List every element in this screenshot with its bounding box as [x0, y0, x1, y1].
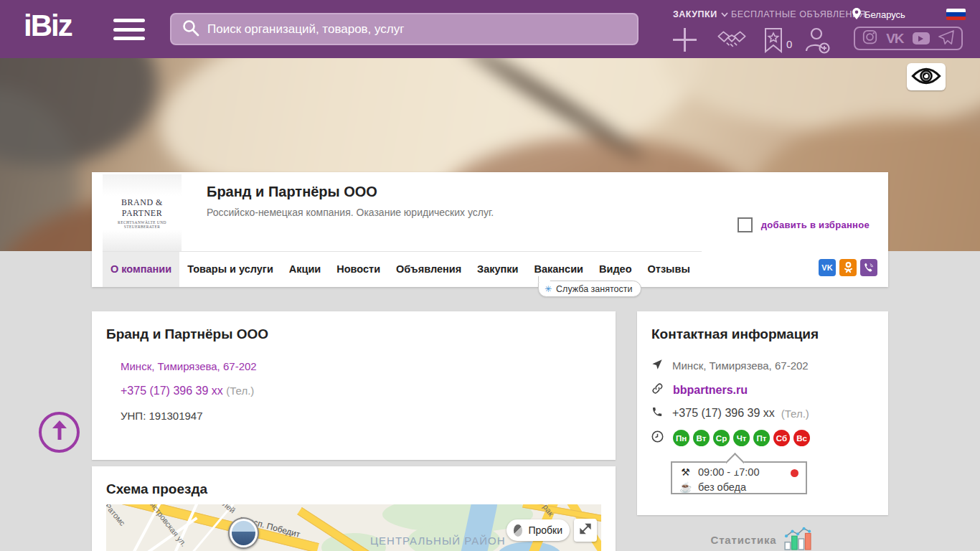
- map-street-label: Ратомс: [106, 504, 127, 527]
- website-link[interactable]: bbpartners.ru: [673, 384, 748, 397]
- phone-icon: [651, 406, 663, 420]
- scroll-to-top-button[interactable]: [39, 412, 80, 453]
- favorites-checkbox[interactable]: [738, 217, 753, 232]
- map-company-marker[interactable]: [228, 517, 259, 549]
- company-logo: BRAND & PARTNER RECHTSANWÄLTE UND STEUER…: [103, 174, 182, 251]
- schedule-lunch: без обеда: [698, 481, 746, 493]
- company-description: Российско-немецкая компания. Оказание юр…: [207, 207, 494, 218]
- statistics-link[interactable]: Статистика: [637, 526, 888, 551]
- phone-note: (Тел.): [226, 385, 254, 397]
- up-arrow-icon: [50, 420, 69, 444]
- instagram-icon[interactable]: [862, 29, 877, 47]
- share-vk-icon[interactable]: VK: [819, 259, 836, 276]
- employment-service-icon: ✳: [545, 284, 552, 294]
- map-card: Схема проезда просп. Победит Мястровская…: [92, 466, 616, 551]
- social-links: VK: [854, 27, 963, 50]
- accessibility-eye-button[interactable]: [907, 63, 946, 90]
- about-phone: +375 (17) 396 39 xx (Тел.): [121, 385, 254, 397]
- schedule-hours: 09:00 - 17:00: [698, 466, 759, 478]
- flag-russia-icon[interactable]: [946, 9, 966, 20]
- map-expand-button[interactable]: [574, 519, 597, 542]
- about-address-link[interactable]: Минск, Тимирязева, 67-202: [121, 360, 257, 372]
- day-wed[interactable]: Ср: [713, 430, 730, 446]
- traffic-button[interactable]: Пробки: [507, 519, 570, 541]
- search-icon: [182, 19, 200, 40]
- chevron-down-icon: [721, 9, 728, 19]
- company-card: BRAND & PARTNER RECHTSANWÄLTE UND STEUER…: [92, 172, 888, 287]
- contact-card: Контактная информация Минск, Тимирязева,…: [637, 311, 888, 515]
- map[interactable]: просп. Победит Мястровская ул. Ратомс ул…: [106, 504, 601, 551]
- share-viber-icon[interactable]: [860, 259, 877, 276]
- coffee-icon: ☕: [679, 481, 692, 493]
- clock-icon: [651, 430, 664, 446]
- tab-products[interactable]: Товары и услуги: [179, 252, 281, 287]
- expand-arrows-icon: [579, 522, 592, 538]
- register-person-icon[interactable]: [804, 27, 831, 57]
- contact-address-row: Минск, Тимирязева, 67-202: [651, 359, 809, 372]
- tab-about[interactable]: О компании: [103, 252, 179, 287]
- about-card: Бранд и Партнёры ООО Минск, Тимирязева, …: [92, 311, 616, 460]
- eye-icon: [911, 67, 941, 88]
- about-title: Бранд и Партнёры ООО: [106, 326, 268, 342]
- search-bar[interactable]: [170, 13, 639, 45]
- add-to-favorites[interactable]: добавить в избранное: [738, 217, 870, 232]
- tab-reviews[interactable]: Отзывы: [640, 252, 698, 287]
- bookmark-star-icon[interactable]: [763, 27, 783, 56]
- statistics-label: Статистика: [711, 534, 777, 546]
- search-input[interactable]: [207, 22, 630, 37]
- map-district-label: ЦЕНТРАЛЬНЫЙ РАЙОН: [370, 534, 505, 547]
- navigation-arrow-icon: [651, 359, 663, 372]
- closed-now-indicator: [791, 469, 798, 477]
- tab-ads[interactable]: Объявления: [388, 252, 469, 287]
- day-tue[interactable]: Вт: [693, 430, 710, 446]
- contact-website-row: bbpartners.ru: [651, 382, 748, 397]
- tab-news[interactable]: Новости: [329, 252, 388, 287]
- location-pin-icon: [852, 8, 861, 22]
- day-sun[interactable]: Вс: [793, 430, 810, 446]
- youtube-icon[interactable]: [913, 32, 930, 44]
- schedule-lunch-row: ☕ без обеда: [679, 479, 798, 494]
- handshake-icon[interactable]: [716, 29, 748, 55]
- traffic-icon: [514, 524, 522, 537]
- company-logo-subtext: RECHTSANWÄLTE UND STEUERBERATER: [103, 220, 182, 229]
- statistics-chart-icon: [783, 526, 814, 551]
- bookmarks-count: 0: [786, 38, 792, 50]
- share-ok-icon[interactable]: [839, 259, 857, 276]
- day-fri[interactable]: Пт: [753, 430, 770, 446]
- day-circles: Пн Вт Ср Чт Пт Сб Вс: [673, 430, 810, 446]
- contact-phone-row: +375 (17) 396 39 xx (Тел.): [651, 406, 809, 420]
- employment-service-tooltip: ✳ Служба занятости: [538, 281, 641, 297]
- company-name: Бранд и Партнёры ООО: [207, 184, 377, 200]
- tab-purchases[interactable]: Закупки: [469, 252, 526, 287]
- phone-number[interactable]: +375 (17) 396 39 xx: [672, 407, 775, 420]
- tab-promos[interactable]: Акции: [281, 252, 329, 287]
- schedule-hours-row: ⚒ 09:00 - 17:00: [679, 464, 798, 479]
- day-mon[interactable]: Пн: [673, 430, 689, 446]
- share-buttons: VK: [819, 259, 877, 276]
- menu-icon[interactable]: [113, 19, 145, 40]
- page: iBiz ЗАКУПКИ БЕСПЛАТНЫЕ ОБЪЯВЛЕНИЯ Белар…: [0, 0, 980, 551]
- contact-title: Контактная информация: [651, 326, 819, 342]
- telegram-icon[interactable]: [938, 30, 954, 47]
- working-days-row: Пн Вт Ср Чт Пт Сб Вс: [651, 430, 810, 446]
- country-selector[interactable]: Беларусь: [852, 8, 905, 22]
- nav-zakupki[interactable]: ЗАКУПКИ: [673, 9, 728, 19]
- schedule-tooltip: ⚒ 09:00 - 17:00 ☕ без обеда: [671, 461, 807, 494]
- nav-free-ads[interactable]: БЕСПЛАТНЫЕ ОБЪЯВЛЕНИЯ: [731, 9, 866, 19]
- map-title: Схема проезда: [106, 481, 207, 497]
- about-unp: УНП: 191301947: [121, 410, 203, 422]
- company-logo-text: BRAND & PARTNER: [103, 197, 182, 219]
- favorites-label: добавить в избранное: [761, 220, 870, 230]
- work-tools-icon: ⚒: [679, 466, 692, 478]
- phone-note: (Тел.): [781, 408, 809, 420]
- phone-link[interactable]: +375 (17) 396 39 xx: [121, 385, 223, 397]
- day-sat[interactable]: Сб: [773, 430, 790, 446]
- add-plus-icon[interactable]: [672, 27, 698, 56]
- link-icon: [651, 382, 664, 397]
- vk-icon[interactable]: VK: [886, 31, 903, 47]
- site-logo[interactable]: iBiz: [24, 9, 72, 43]
- header: iBiz ЗАКУПКИ БЕСПЛАТНЫЕ ОБЪЯВЛЕНИЯ Белар…: [0, 0, 980, 58]
- day-thu[interactable]: Чт: [733, 430, 750, 446]
